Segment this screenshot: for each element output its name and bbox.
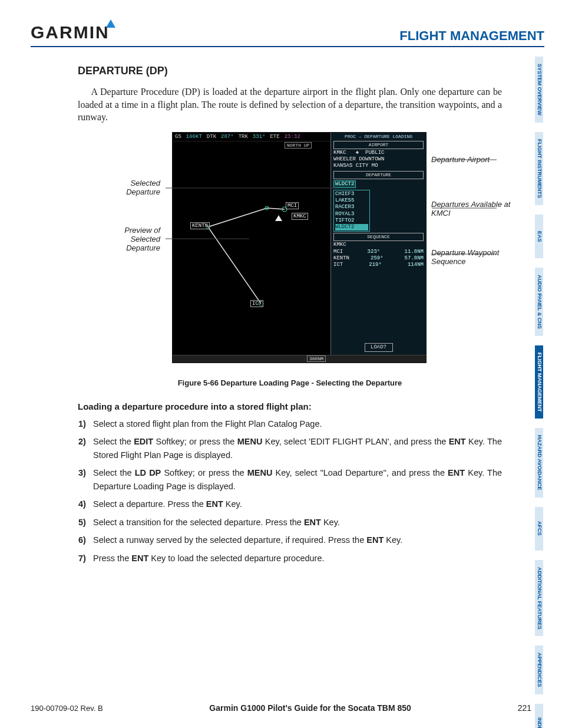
step-4: Select a departure. Press the ENT Key. (91, 498, 502, 510)
garmin-logo: GARMIN (31, 19, 115, 42)
page-heading: DEPARTURE (DP) (78, 65, 502, 77)
brand-text: GARMIN (31, 22, 110, 42)
procedure-heading: Loading a departure procedure into a sto… (78, 401, 502, 411)
leader-lines (102, 133, 514, 368)
step-3: Select the LD DP Softkey; or press the M… (91, 466, 502, 493)
side-tabs: SYSTEM OVERVIEW FLIGHT INSTRUMENTS EAS A… (535, 57, 556, 728)
step-1: Select a stored flight plan from the Fli… (91, 417, 502, 430)
tab-hazard-avoidance[interactable]: HAZARD AVOIDANCE (535, 428, 543, 498)
tab-flight-management[interactable]: FLIGHT MANAGEMENT (535, 345, 543, 419)
figure-wrapper: Selected Departure Preview of Selected D… (101, 132, 478, 374)
intro-paragraph: A Departure Procedure (DP) is loaded at … (78, 85, 502, 124)
step-6: Select a runway served by the selected d… (91, 533, 502, 546)
tab-audio-cns[interactable]: AUDIO PANEL & CNS (535, 268, 543, 336)
tab-appendices[interactable]: APPENDICES (535, 645, 543, 694)
tab-eas[interactable]: EAS (535, 215, 543, 258)
figure-caption: Figure 5-66 Departure Loading Page - Sel… (78, 378, 502, 387)
tab-index[interactable]: INDEX (535, 704, 543, 728)
doc-title: Garmin G1000 Pilot's Guide for the Socat… (209, 703, 411, 713)
step-5: Select a transition for the selected dep… (91, 516, 502, 529)
page-footer: 190-00709-02 Rev. B Garmin G1000 Pilot's… (31, 703, 531, 713)
g1000-screen: GS 166KT DTK 287° TRK 331° ETE 23:32 NOR… (172, 132, 427, 363)
step-2: Select the EDIT Softkey; or press the ME… (91, 435, 502, 462)
page-content: DEPARTURE (DP) A Departure Procedure (DP… (78, 65, 502, 569)
tab-afcs[interactable]: AFCS (535, 507, 543, 551)
garmin-triangle-icon (106, 19, 115, 28)
step-7: Press the ENT Key to load the selected d… (91, 552, 502, 565)
tab-flight-instruments[interactable]: FLIGHT INSTRUMENTS (535, 132, 543, 205)
page-number: 221 (518, 703, 531, 713)
section-title: FLIGHT MANAGEMENT (399, 28, 544, 44)
procedure-steps: Select a stored flight plan from the Fli… (78, 417, 502, 565)
tab-additional-features[interactable]: ADDITIONAL FEATURES (535, 560, 543, 637)
doc-revision: 190-00709-02 Rev. B (31, 704, 103, 713)
header-bar: GARMIN FLIGHT MANAGEMENT (31, 17, 544, 47)
tab-system-overview[interactable]: SYSTEM OVERVIEW (535, 57, 543, 123)
